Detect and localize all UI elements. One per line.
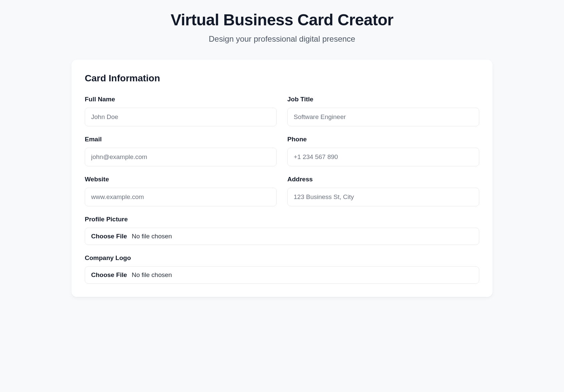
full-name-label: Full Name bbox=[85, 96, 277, 103]
card-information-panel: Card Information Full Name Job Title Ema… bbox=[71, 60, 493, 297]
company-logo-label: Company Logo bbox=[85, 254, 479, 262]
address-label: Address bbox=[287, 176, 479, 183]
full-name-group: Full Name bbox=[85, 96, 277, 126]
job-title-input[interactable] bbox=[287, 108, 479, 126]
profile-picture-group: Profile Picture Choose File No file chos… bbox=[85, 216, 479, 245]
website-input[interactable] bbox=[85, 188, 277, 206]
company-logo-file-status: No file chosen bbox=[132, 271, 172, 279]
page-title: Virtual Business Card Creator bbox=[71, 11, 493, 29]
section-title: Card Information bbox=[85, 73, 479, 84]
email-input[interactable] bbox=[85, 148, 277, 166]
email-group: Email bbox=[85, 136, 277, 166]
job-title-label: Job Title bbox=[287, 96, 479, 103]
company-logo-group: Company Logo Choose File No file chosen bbox=[85, 254, 479, 284]
profile-picture-label: Profile Picture bbox=[85, 216, 479, 223]
full-name-input[interactable] bbox=[85, 108, 277, 126]
job-title-group: Job Title bbox=[287, 96, 479, 126]
page-subtitle: Design your professional digital presenc… bbox=[71, 34, 493, 44]
profile-picture-choose-button: Choose File bbox=[91, 233, 127, 240]
profile-picture-file-status: No file chosen bbox=[132, 233, 172, 240]
company-logo-file-wrapper[interactable]: Choose File No file chosen bbox=[85, 266, 479, 284]
form-grid: Full Name Job Title Email Phone Website bbox=[85, 96, 479, 284]
phone-label: Phone bbox=[287, 136, 479, 143]
website-label: Website bbox=[85, 176, 277, 183]
address-input[interactable] bbox=[287, 188, 479, 206]
profile-picture-file-wrapper[interactable]: Choose File No file chosen bbox=[85, 228, 479, 245]
address-group: Address bbox=[287, 176, 479, 206]
email-label: Email bbox=[85, 136, 277, 143]
phone-input[interactable] bbox=[287, 148, 479, 166]
phone-group: Phone bbox=[287, 136, 479, 166]
page-header: Virtual Business Card Creator Design you… bbox=[71, 11, 493, 44]
website-group: Website bbox=[85, 176, 277, 206]
company-logo-choose-button: Choose File bbox=[91, 271, 127, 279]
